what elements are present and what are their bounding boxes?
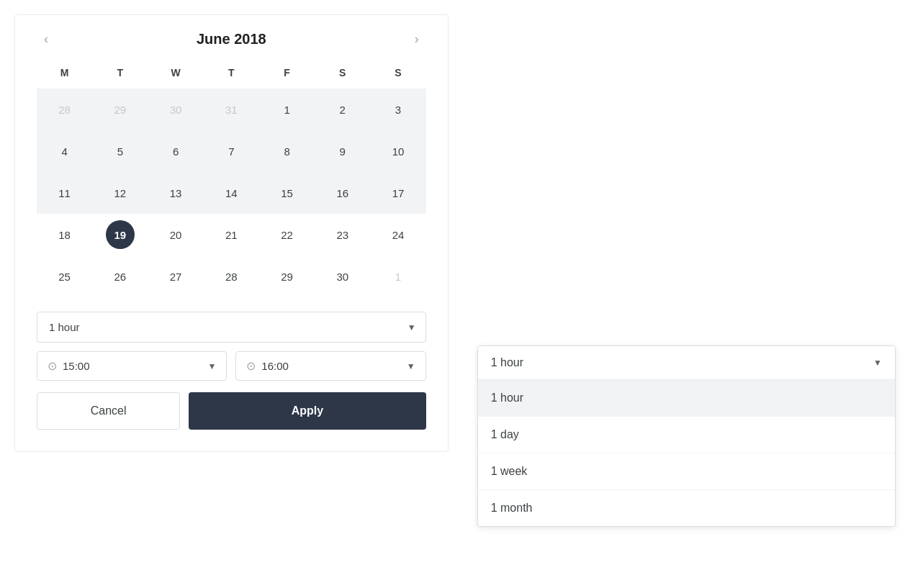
calendar-day-cell[interactable]: 18 xyxy=(37,214,92,255)
calendar-week-row: 18192021222324 xyxy=(37,214,426,255)
weekday-header-row: M T W T F S S xyxy=(37,61,426,89)
calendar-week-row: 11121314151617 xyxy=(37,172,426,214)
calendar-day-cell[interactable]: 28 xyxy=(37,89,92,130)
time-end-picker[interactable]: ⊙ 16:00 ▼ xyxy=(235,351,425,381)
calendar-day-cell[interactable]: 19 xyxy=(92,214,148,255)
calendar-day-cell[interactable]: 4 xyxy=(37,130,92,172)
weekday-tue: T xyxy=(92,61,148,89)
calendar-day-cell[interactable]: 29 xyxy=(92,89,148,130)
right-panel: 1 hour ▼ 1 hour 1 day 1 week 1 month xyxy=(477,345,896,527)
calendar-day-cell[interactable]: 27 xyxy=(148,255,203,297)
calendar-day-cell[interactable]: 16 xyxy=(315,172,370,214)
calendar-day-cell[interactable]: 11 xyxy=(37,172,92,214)
calendar-day-cell[interactable]: 7 xyxy=(204,130,259,172)
dropdown-option-1hour[interactable]: 1 hour xyxy=(478,380,895,417)
time-row: ⊙ 15:00 ▼ ⊙ 16:00 ▼ xyxy=(37,351,426,381)
calendar-day-cell[interactable]: 6 xyxy=(148,130,203,172)
calendar-day-cell[interactable]: 25 xyxy=(37,255,92,297)
dropdown-arrow-icon: ▼ xyxy=(873,358,882,368)
calendar-day-cell[interactable]: 29 xyxy=(259,255,315,297)
calendar-day-cell[interactable]: 13 xyxy=(148,172,203,214)
dropdown-option-1month[interactable]: 1 month xyxy=(478,490,895,526)
calendar-week-row: 28293031123 xyxy=(37,89,426,130)
dropdown-option-1week[interactable]: 1 week xyxy=(478,453,895,490)
dropdown-option-1day[interactable]: 1 day xyxy=(478,417,895,453)
time-end-arrow: ▼ xyxy=(407,361,415,371)
time-start-value: 15:00 xyxy=(63,360,207,372)
weekday-wed: W xyxy=(148,61,203,89)
time-end-icon: ⊙ xyxy=(246,359,256,373)
calendar-day-cell[interactable]: 3 xyxy=(370,89,425,130)
calendar-day-cell[interactable]: 26 xyxy=(92,255,148,297)
calendar-week-row: 2526272829301 xyxy=(37,255,426,297)
apply-button[interactable]: Apply xyxy=(189,392,425,430)
calendar-day-cell[interactable]: 14 xyxy=(204,172,259,214)
calendar-panel: ‹ June 2018 › M T W T F S S 282930311234… xyxy=(14,14,449,452)
time-start-icon: ⊙ xyxy=(48,359,57,373)
calendar-day-cell[interactable]: 12 xyxy=(92,172,148,214)
calendar-day-cell[interactable]: 1 xyxy=(370,255,425,297)
calendar-day-cell[interactable]: 28 xyxy=(204,255,259,297)
weekday-mon: M xyxy=(37,61,92,89)
time-end-value: 16:00 xyxy=(261,360,406,372)
calendar-day-cell[interactable]: 2 xyxy=(315,89,370,130)
dropdown-selected-text: 1 hour xyxy=(491,356,523,369)
bottom-controls: 1 hour 1 day 1 week 1 month ▼ ⊙ 15:00 ▼ … xyxy=(37,312,426,430)
calendar-grid: M T W T F S S 28293031123456789101112131… xyxy=(37,61,426,297)
cancel-button[interactable]: Cancel xyxy=(37,392,180,430)
calendar-day-cell[interactable]: 17 xyxy=(370,172,425,214)
calendar-day-cell[interactable]: 1 xyxy=(259,89,315,130)
calendar-day-cell[interactable]: 5 xyxy=(92,130,148,172)
calendar-day-cell[interactable]: 23 xyxy=(315,214,370,255)
calendar-day-cell[interactable]: 10 xyxy=(370,130,425,172)
calendar-day-cell[interactable]: 22 xyxy=(259,214,315,255)
duration-dropdown[interactable]: 1 hour 1 day 1 week 1 month ▼ xyxy=(37,312,426,343)
calendar-day-cell[interactable]: 20 xyxy=(148,214,203,255)
calendar-day-cell[interactable]: 15 xyxy=(259,172,315,214)
duration-select-input[interactable]: 1 hour 1 day 1 week 1 month xyxy=(37,312,426,343)
calendar-day-cell[interactable]: 21 xyxy=(204,214,259,255)
duration-dropdown-open: 1 hour ▼ 1 hour 1 day 1 week 1 month xyxy=(477,345,896,527)
time-start-arrow: ▼ xyxy=(207,361,216,371)
calendar-title: June 2018 xyxy=(197,31,266,48)
prev-month-button[interactable]: ‹ xyxy=(37,30,55,48)
calendar-day-cell[interactable]: 9 xyxy=(315,130,370,172)
calendar-day-cell[interactable]: 30 xyxy=(148,89,203,130)
time-start-picker[interactable]: ⊙ 15:00 ▼ xyxy=(37,351,227,381)
next-month-button[interactable]: › xyxy=(407,30,426,48)
calendar-day-cell[interactable]: 30 xyxy=(315,255,370,297)
calendar-header: ‹ June 2018 › xyxy=(37,30,426,48)
dropdown-selected-row[interactable]: 1 hour ▼ xyxy=(478,346,895,380)
weekday-sat: S xyxy=(315,61,370,89)
calendar-week-row: 45678910 xyxy=(37,130,426,172)
weekday-fri: F xyxy=(259,61,315,89)
weekday-sun: S xyxy=(370,61,425,89)
calendar-day-cell[interactable]: 24 xyxy=(370,214,425,255)
calendar-day-cell[interactable]: 8 xyxy=(259,130,315,172)
action-row: Cancel Apply xyxy=(37,392,426,430)
calendar-day-cell[interactable]: 31 xyxy=(204,89,259,130)
weekday-thu: T xyxy=(204,61,259,89)
